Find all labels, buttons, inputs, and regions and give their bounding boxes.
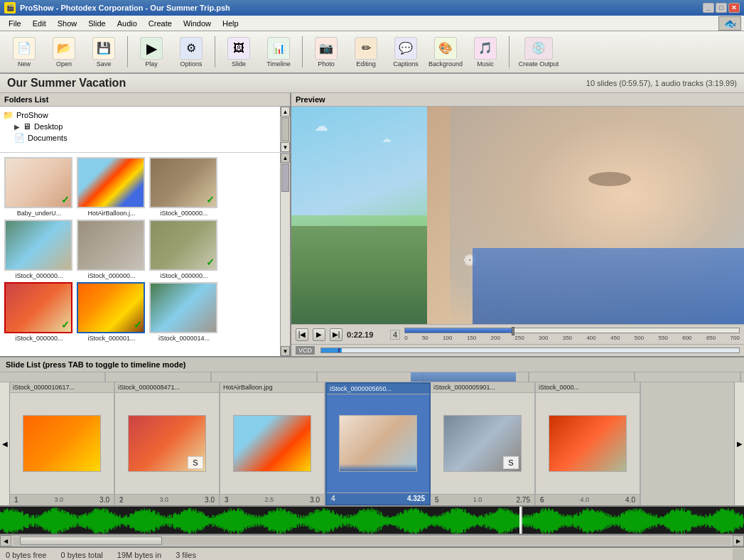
save-button[interactable]: 💾 Save — [85, 33, 122, 70]
tree-label: ProShow — [16, 111, 48, 119]
slide-name-3: HotAirBalloon.jpg — [220, 382, 324, 393]
scroll-thumb[interactable] — [281, 117, 289, 141]
files-grid: ✓ Baby_underU... HotAirBalloon.j... ✓ iS… — [0, 153, 290, 356]
captions-button[interactable]: 💬 Captions — [387, 33, 424, 70]
scrubber-track[interactable] — [404, 328, 740, 333]
toolbar-separator-4 — [509, 36, 510, 68]
slide-num-6: 6 — [540, 496, 544, 504]
slide-item-1[interactable]: iStock_0000010617... 1 3.0 3.0 — [10, 382, 115, 505]
tree-item-documents[interactable]: 📄 Documents — [3, 132, 287, 144]
horizontal-scrollbar: ◀ ▶ — [0, 535, 744, 546]
hscroll-right-btn[interactable]: ▶ — [733, 535, 744, 546]
slide-list-area: ◀ iStock_0000010617... 1 3.0 3.0 iStock_… — [0, 382, 744, 507]
menu-edit[interactable]: Edit — [27, 18, 52, 29]
minimize-button[interactable]: _ — [703, 3, 714, 13]
file-thumb-hiker[interactable]: iStock_0000014... — [149, 282, 219, 342]
menu-file[interactable]: File — [3, 18, 27, 29]
menu-help[interactable]: Help — [217, 18, 244, 29]
slide-name-5: iStock_0000005901... — [431, 382, 534, 393]
slide-dur-6: 4.0 — [625, 496, 635, 504]
fast-forward-button[interactable]: ▶| — [330, 328, 343, 341]
slide-button[interactable]: 🖼 Slide — [220, 33, 257, 70]
thumb-check: ✓ — [206, 194, 215, 205]
rewind-button[interactable]: |◀ — [296, 328, 308, 341]
new-button[interactable]: 📄 New — [6, 33, 43, 70]
window-title: ProShow - Photodex Corporation - Our Sum… — [20, 4, 703, 12]
hscroll-track — [13, 537, 731, 545]
close-button[interactable]: ✕ — [728, 3, 740, 13]
slide-item-4[interactable]: iStock_0000005650... 4 4.325 — [325, 382, 431, 505]
desktop-icon: 🖥 — [23, 122, 31, 131]
music-button[interactable]: 🎵 Music — [467, 33, 504, 70]
resize-grip[interactable] — [733, 549, 744, 560]
background-button[interactable]: 🎨 Background — [427, 33, 464, 70]
slide-name-1: iStock_0000010617... — [10, 382, 114, 393]
tree-scrollbar: ▲ ▼ — [280, 107, 290, 152]
slide-trans-6: 4.0 — [581, 496, 590, 504]
active-footer — [340, 464, 416, 471]
memory-used: 19M bytes in — [117, 551, 161, 559]
audio-waveform-area — [0, 507, 744, 535]
timeline-button[interactable]: 📊 Timeline — [260, 33, 297, 70]
file-name: Baby_underU... — [4, 210, 74, 217]
create-output-button[interactable]: 💿 Create Output — [514, 33, 563, 70]
format-row: VCD — [291, 344, 744, 356]
menu-slide[interactable]: Slide — [82, 18, 111, 29]
left-panel: Folders List 📁 ProShow ▶ 🖥 Desktop 📄 Doc… — [0, 93, 291, 356]
total-space: 0 bytes total — [60, 551, 102, 559]
file-thumb-landscape[interactable]: iStock_000000... — [4, 220, 74, 279]
file-name: iStock_000000... — [149, 210, 219, 217]
file-thumb-flower[interactable]: ✓ iStock_000001... — [77, 282, 146, 342]
tree-label: Documents — [28, 134, 68, 142]
folders-header: Folders List — [0, 93, 290, 107]
options-button[interactable]: ⚙ Options — [173, 33, 210, 70]
file-thumb-group[interactable]: ✓ iStock_000000... — [149, 157, 219, 217]
editing-button[interactable]: ✏ Editing — [347, 33, 384, 70]
right-panel: Preview ❁ ☁ ☁ — [291, 93, 744, 356]
open-button[interactable]: 📂 Open — [45, 33, 82, 70]
scroll-up[interactable]: ▲ — [281, 107, 290, 117]
files-scrollbar[interactable]: ▲ ▼ — [280, 153, 290, 356]
file-thumb-rocky2[interactable]: ✓ iStock_000000... — [149, 220, 219, 279]
play-pause-button[interactable]: ▶ — [313, 328, 325, 341]
menu-show[interactable]: Show — [52, 18, 83, 29]
slide-dur-1: 3.0 — [99, 496, 109, 504]
play-button[interactable]: ▶ Play — [133, 33, 170, 70]
photo-button[interactable]: 📷 Photo — [308, 33, 345, 70]
toolbar-separator-3 — [302, 36, 303, 68]
scroll-down-btn[interactable]: ▼ — [281, 346, 290, 356]
hscroll-thumb[interactable] — [20, 537, 162, 545]
tree-item-desktop[interactable]: ▶ 🖥 Desktop — [3, 121, 287, 132]
slide-thumb-area-5: S — [431, 393, 534, 494]
scroll-up-btn[interactable]: ▲ — [281, 153, 290, 163]
time-display: 0:22.19 — [347, 330, 386, 339]
folder-icon: 📁 — [3, 110, 14, 120]
slide-item-2[interactable]: iStock_0000008471... S 2 3.0 3.0 — [115, 382, 220, 505]
maximize-button[interactable]: □ — [716, 3, 727, 13]
menu-audio[interactable]: Audio — [112, 18, 143, 29]
scrubber-handle[interactable] — [512, 327, 514, 335]
scroll-down[interactable]: ▼ — [281, 142, 290, 152]
slide-scroll-left[interactable]: ◀ — [0, 382, 10, 505]
slide-num-4: 4 — [331, 495, 335, 502]
file-thumb-baby[interactable]: ✓ Baby_underU... — [4, 157, 74, 217]
cloud-small: ☁ — [382, 133, 392, 144]
file-thumb-baseball[interactable]: ✓ iStock_000000... — [4, 282, 74, 342]
slide-item-6[interactable]: iStock_0000... 6 4.0 4.0 — [536, 382, 641, 505]
menu-window[interactable]: Window — [178, 18, 217, 29]
slide-name-4: iStock_0000005650... — [327, 384, 429, 394]
slide-thumb-area-6 — [536, 393, 640, 494]
slide-item-3[interactable]: HotAirBalloon.jpg 3 2.5 3.0 — [220, 382, 325, 505]
toolbar: 📄 New 📂 Open 💾 Save ▶ Play ⚙ Options 🖼 S… — [0, 31, 744, 74]
slide-list-header: Slide List (press TAB to toggle to timel… — [0, 356, 744, 372]
tree-item-proshow[interactable]: 📁 ProShow — [3, 109, 287, 121]
slide-scroll-right[interactable]: ▶ — [734, 382, 744, 505]
slides-container: iStock_0000010617... 1 3.0 3.0 iStock_00… — [10, 382, 734, 505]
slide-item-5[interactable]: iStock_0000005901... S 5 1.0 2.75 — [431, 382, 536, 505]
scroll-thumb[interactable] — [281, 163, 289, 192]
file-thumb-balloon[interactable]: HotAirBalloon.j... — [77, 157, 146, 217]
hscroll-left-btn[interactable]: ◀ — [0, 535, 11, 546]
menu-create[interactable]: Create — [143, 18, 178, 29]
file-thumb-rocks[interactable]: iStock_000000... — [77, 220, 146, 279]
active-slide-indicator — [411, 372, 516, 382]
